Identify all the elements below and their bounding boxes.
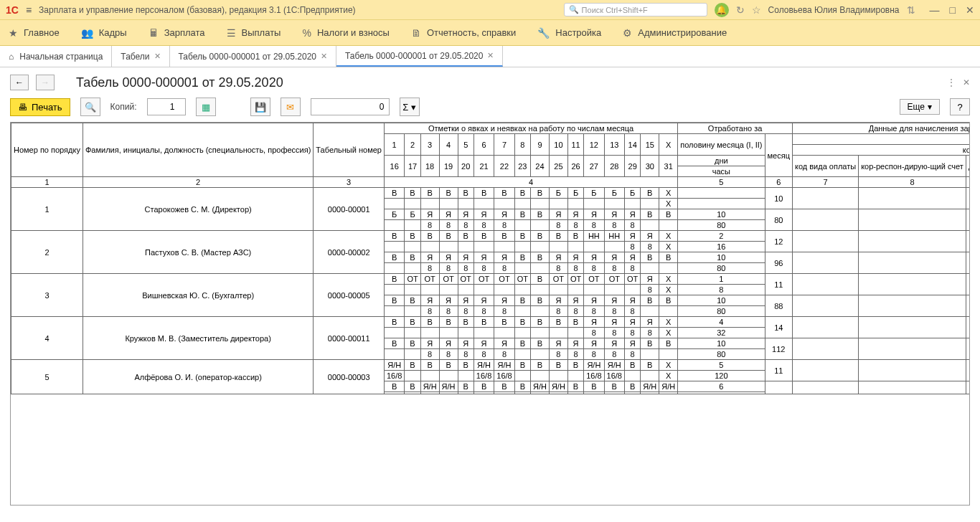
grid-button[interactable]: ▦ — [196, 98, 216, 116]
timesheet-table: Номер по порядку Фамилия, инициалы, долж… — [11, 123, 970, 394]
nav-back-button[interactable]: ← — [10, 75, 29, 90]
th-month: месяц — [765, 134, 792, 177]
people-icon: 👥 — [81, 27, 93, 39]
th-rowno: Номер по порядку — [11, 123, 83, 177]
search-icon: 🔍 — [569, 5, 579, 14]
kebab-icon[interactable]: ⋮ — [947, 77, 956, 87]
star-filled-icon: ★ — [9, 27, 18, 39]
menu-nastroyka[interactable]: 🔧Настройка — [537, 27, 601, 39]
close-icon[interactable]: ✕ — [487, 51, 494, 60]
table-container[interactable]: Номер по порядку Фамилия, инициалы, долж… — [10, 122, 970, 506]
tab-tabel-1[interactable]: Табель 0000-000001 от 29.05.2020✕ — [170, 46, 336, 67]
calculator-icon: 🖩 — [149, 27, 159, 39]
tab-tabel-2[interactable]: Табель 0000-000001 от 29.05.2020✕ — [336, 46, 503, 67]
preview-button[interactable]: 🔍 — [80, 98, 100, 116]
user-name: Соловьева Юлия Владимировна — [768, 5, 900, 15]
menu-nalogi[interactable]: %Налоги и взносы — [302, 27, 390, 39]
search-input[interactable]: 🔍Поиск Ctrl+Shift+F — [564, 3, 707, 16]
menu-kadry[interactable]: 👥Кадры — [81, 27, 127, 39]
th-paycode: код вида оплаты — [792, 134, 970, 145]
minimize-icon[interactable]: — — [930, 4, 940, 16]
table-row[interactable]: 1 Старокожев С. М. (Директор) 0000-00001… — [11, 188, 971, 199]
filter-icon[interactable]: ⇅ — [907, 4, 915, 16]
th-marks: Отметки о явках и неявках на работу по ч… — [384, 123, 677, 134]
main-menu: ★Главное 👥Кадры 🖩Зарплата ☰Выплаты %Нало… — [0, 20, 980, 46]
print-button[interactable]: 🖶Печать — [10, 98, 70, 116]
menu-vyplaty[interactable]: ☰Выплаты — [227, 27, 281, 39]
chevron-down-icon: ▾ — [928, 102, 932, 112]
maximize-icon[interactable]: □ — [950, 4, 956, 16]
app-title: Зарплата и управление персоналом (базова… — [39, 5, 356, 15]
th-worked: Отработано за — [678, 123, 793, 134]
hamburger-icon[interactable]: ≡ — [26, 4, 32, 16]
number-display[interactable] — [311, 98, 390, 115]
percent-icon: % — [302, 27, 311, 39]
th-paydata: Данные для начисления заработной платы п… — [792, 123, 970, 134]
gear-icon: ⚙ — [623, 27, 632, 39]
email-button[interactable]: ✉ — [281, 98, 301, 116]
close-icon[interactable]: ✕ — [966, 4, 974, 16]
close-page-icon[interactable]: ✕ — [963, 77, 970, 87]
tab-tabeli[interactable]: Табели✕ — [112, 46, 169, 67]
more-button[interactable]: Еще▾ — [900, 99, 940, 115]
logo-1c: 1C — [6, 4, 19, 16]
history-icon[interactable]: ↻ — [736, 4, 745, 16]
close-icon[interactable]: ✕ — [154, 52, 161, 61]
tab-start[interactable]: ⌂Начальная страница — [0, 46, 112, 67]
sum-button[interactable]: Σ ▾ — [400, 98, 420, 116]
bell-icon[interactable]: 🔔 — [715, 3, 729, 17]
home-icon: ⌂ — [9, 52, 14, 62]
star-icon[interactable]: ☆ — [752, 4, 761, 16]
help-button[interactable]: ? — [950, 98, 970, 115]
th-half: половину месяца (I, II) — [678, 134, 765, 156]
th-fio: Фамилия, инициалы, должность (специально… — [83, 123, 313, 177]
report-icon: 🗎 — [411, 27, 421, 39]
table-row[interactable]: 4 Кружков М. В. (Заместитель директора) … — [11, 317, 971, 328]
table-row[interactable]: 3 Вишневская Ю. С. (Бухгалтер) 0000-0000… — [11, 274, 971, 285]
menu-otchet[interactable]: 🗎Отчетность, справки — [411, 27, 516, 39]
tabs-bar: ⌂Начальная страница Табели✕ Табель 0000-… — [0, 46, 980, 67]
menu-admin[interactable]: ⚙Администрирование — [623, 27, 727, 39]
th-tabno: Табельный номер — [314, 123, 385, 177]
page-title: Табель 0000-000001 от 29.05.2020 — [76, 75, 283, 90]
menu-zarplata[interactable]: 🖩Зарплата — [149, 27, 205, 39]
menu-main[interactable]: ★Главное — [9, 27, 60, 39]
th-corracc: корреспондирующий счет — [792, 145, 970, 156]
cash-icon: ☰ — [227, 27, 236, 39]
copies-label: Копий: — [110, 102, 137, 112]
save-button[interactable]: 💾 — [250, 98, 270, 116]
wrench-icon: 🔧 — [537, 27, 550, 39]
copies-input[interactable] — [147, 98, 186, 115]
table-row[interactable]: 2 Пастухов С. В. (Мастер АЗС) 0000-00002… — [11, 231, 971, 242]
table-row[interactable]: 5 Алфёрова О. И. (оператор-кассир) 0000-… — [11, 360, 971, 371]
nav-forward-button[interactable]: → — [36, 75, 55, 90]
close-icon[interactable]: ✕ — [321, 52, 327, 61]
printer-icon: 🖶 — [18, 102, 27, 113]
